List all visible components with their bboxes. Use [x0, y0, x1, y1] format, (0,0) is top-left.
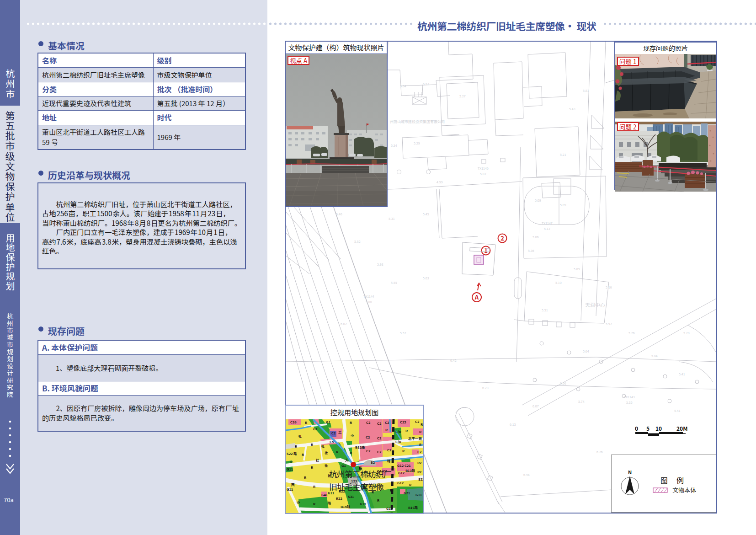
- svg-text:C2: C2: [377, 421, 382, 426]
- svg-text:C5: C5: [330, 439, 334, 444]
- svg-text:S31: S31: [348, 494, 354, 499]
- svg-text:C2: C2: [366, 448, 371, 453]
- svg-text:G12: G12: [397, 480, 404, 485]
- svg-text:北干一苑: 北干一苑: [408, 436, 422, 441]
- svg-text:6.26: 6.26: [596, 449, 603, 454]
- svg-text:5.27: 5.27: [459, 94, 466, 98]
- svg-text:R: R: [402, 448, 405, 453]
- svg-text:G11: G11: [386, 506, 393, 511]
- svg-text:R: R: [336, 449, 338, 454]
- svg-text:小: 小: [296, 499, 300, 504]
- svg-text:S22: S22: [418, 476, 423, 482]
- svg-text:C2: C2: [385, 420, 389, 425]
- svg-text:G11: G11: [415, 492, 422, 497]
- svg-text:C2: C2: [377, 449, 382, 454]
- svg-text:图: 图: [660, 475, 668, 486]
- svg-text:5.63: 5.63: [423, 276, 429, 280]
- svg-text:5.34: 5.34: [391, 143, 397, 148]
- svg-text:A: A: [474, 293, 479, 301]
- svg-text:5.31: 5.31: [389, 216, 395, 221]
- svg-text:R: R: [405, 428, 408, 433]
- svg-text:R: R: [419, 429, 421, 434]
- svg-text:5.46: 5.46: [336, 212, 342, 216]
- svg-text:5.45: 5.45: [423, 212, 429, 216]
- svg-text:TX1144: TX1144: [363, 294, 374, 299]
- svg-text:5.51: 5.51: [542, 308, 548, 312]
- svg-text:R: R: [350, 450, 352, 455]
- svg-text:5.10: 5.10: [555, 280, 562, 285]
- svg-text:R: R: [305, 420, 307, 425]
- svg-text:5.21: 5.21: [560, 152, 566, 157]
- svg-text:5: 5: [646, 425, 650, 432]
- svg-text:6.23: 6.23: [482, 385, 489, 390]
- svg-text:6.07: 6.07: [532, 404, 539, 408]
- svg-text:B13路: B13路: [405, 468, 415, 473]
- svg-text:6.42: 6.42: [450, 358, 457, 363]
- svg-text:B16路: B16路: [408, 505, 418, 510]
- svg-text:R2: R2: [417, 469, 422, 474]
- svg-text:5.84: 5.84: [651, 353, 658, 358]
- svg-text:G41: G41: [321, 492, 328, 497]
- svg-text:5.81: 5.81: [583, 88, 589, 93]
- svg-text:R: R: [290, 459, 293, 464]
- svg-text:2: 2: [500, 234, 504, 242]
- svg-text:C2: C2: [366, 434, 370, 439]
- svg-text:5.43: 5.43: [569, 107, 575, 111]
- svg-text:R: R: [377, 498, 379, 503]
- svg-text:5.64: 5.64: [583, 349, 589, 353]
- svg-text:工: 工: [338, 429, 342, 434]
- svg-text:N: N: [628, 468, 632, 476]
- svg-text:G1: G1: [341, 463, 346, 468]
- svg-text:社: 社: [325, 463, 328, 468]
- svg-text:G11: G11: [287, 487, 293, 492]
- svg-text:C2: C2: [377, 435, 382, 440]
- svg-text:5.57: 5.57: [400, 331, 406, 335]
- svg-text:社: 社: [298, 433, 302, 439]
- svg-text:C2: C2: [415, 419, 420, 424]
- svg-text:R: R: [421, 422, 423, 427]
- svg-text:C2: C2: [417, 449, 422, 454]
- svg-text:小: 小: [350, 433, 354, 438]
- svg-text:社: 社: [316, 457, 319, 462]
- svg-text:5.92: 5.92: [606, 321, 612, 326]
- svg-text:G11: G11: [360, 501, 366, 506]
- svg-text:C/R: C/R: [395, 439, 401, 444]
- svg-text:4.99: 4.99: [437, 180, 443, 184]
- svg-text:5.78: 5.78: [683, 331, 690, 335]
- svg-text:路: 路: [327, 500, 331, 505]
- svg-text:C2: C2: [366, 420, 371, 425]
- svg-text:5.93: 5.93: [377, 262, 383, 267]
- svg-text:5.51: 5.51: [674, 408, 681, 413]
- svg-text:TX1146: TX1146: [478, 166, 489, 171]
- svg-text:G1: G1: [313, 426, 318, 431]
- svg-text:R2: R2: [417, 460, 422, 465]
- svg-text:S2: S2: [371, 460, 375, 465]
- svg-text:R: R: [409, 482, 411, 487]
- svg-text:6.94: 6.94: [523, 472, 530, 477]
- svg-text:R22: R22: [336, 496, 343, 501]
- svg-text:R: R: [419, 442, 421, 447]
- svg-text:5.36: 5.36: [528, 248, 534, 253]
- svg-text:S22 路: S22 路: [287, 451, 297, 456]
- svg-text:B12路: B12路: [355, 444, 365, 449]
- svg-text:5.82: 5.82: [354, 239, 361, 244]
- svg-text:1: 1: [484, 246, 488, 255]
- svg-text:例: 例: [676, 475, 684, 486]
- svg-text:5.76: 5.76: [628, 331, 635, 335]
- svg-text:5.02: 5.02: [480, 171, 486, 176]
- svg-text:B15路: B15路: [341, 504, 350, 509]
- svg-text:天润中心: 天润中心: [585, 301, 605, 308]
- svg-text:人: 人: [345, 457, 349, 462]
- svg-text:5.88: 5.88: [366, 300, 372, 304]
- svg-text:20M: 20M: [676, 425, 687, 432]
- svg-text:6.06: 6.06: [560, 381, 566, 385]
- svg-text:社: 社: [325, 450, 328, 455]
- svg-text:G11: G11: [287, 466, 293, 471]
- svg-text:C/R: C/R: [395, 429, 401, 434]
- svg-text:R: R: [304, 475, 306, 480]
- svg-text:5.06: 5.06: [532, 235, 539, 239]
- svg-text:TX1143: TX1143: [624, 395, 635, 399]
- svg-text:R: R: [313, 501, 315, 506]
- svg-text:5.29: 5.29: [414, 141, 420, 145]
- svg-text:R: R: [302, 452, 304, 457]
